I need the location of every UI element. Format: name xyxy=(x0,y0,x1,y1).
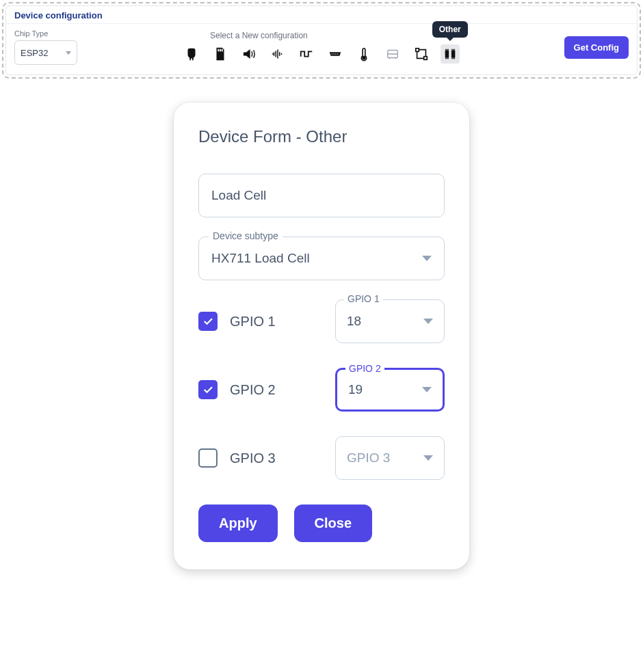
led-icon xyxy=(184,46,199,62)
gpio-row-3: GPIO 3 GPIO 3 xyxy=(198,436,445,480)
config-sd-button[interactable] xyxy=(211,44,230,64)
gpio-3-select[interactable]: GPIO 3 xyxy=(335,436,445,480)
svg-rect-11 xyxy=(416,49,419,52)
gpio-row-1: GPIO 1 GPIO 1 18 xyxy=(198,299,445,343)
config-thermometer-button[interactable] xyxy=(354,44,373,64)
chevron-down-icon xyxy=(423,455,433,461)
transform-icon xyxy=(414,46,429,62)
gpio-2-select[interactable]: GPIO 2 19 xyxy=(335,368,445,412)
square-wave-icon xyxy=(299,46,314,62)
chevron-down-icon xyxy=(422,256,432,261)
config-bus-button[interactable] xyxy=(383,44,402,64)
dialog-actions: Apply Close xyxy=(198,505,445,542)
serial-port-icon xyxy=(328,46,343,62)
svg-rect-12 xyxy=(423,57,427,60)
gpio-1-label: GPIO 1 xyxy=(230,314,276,330)
svg-rect-13 xyxy=(445,51,449,58)
sd-card-icon xyxy=(213,46,228,62)
chevron-down-icon xyxy=(423,319,433,324)
gpio-1-value: 18 xyxy=(347,314,361,329)
config-icon-row: Other xyxy=(182,44,460,64)
panel-title: Device configuration xyxy=(6,6,637,24)
config-audio-out-button[interactable] xyxy=(239,44,259,64)
check-icon xyxy=(202,384,214,396)
svg-rect-2 xyxy=(218,49,219,52)
check-icon xyxy=(202,315,214,327)
svg-rect-1 xyxy=(192,58,194,61)
apply-button[interactable]: Apply xyxy=(198,505,278,542)
gpio-2-float-label: GPIO 2 xyxy=(345,363,384,374)
gpio-row-2: GPIO 2 GPIO 2 19 xyxy=(198,368,445,412)
thermometer-icon xyxy=(356,46,371,62)
chip-type-value: ESP32 xyxy=(21,48,48,58)
audio-out-icon xyxy=(241,46,257,62)
chip-type-select[interactable]: ESP32 xyxy=(14,40,77,65)
config-other-button[interactable]: Other xyxy=(441,44,460,64)
gpio-3-label: GPIO 3 xyxy=(230,451,276,466)
device-form-dialog: Device Form - Other Load Cell Device sub… xyxy=(174,103,469,569)
config-label: Select a New configuration xyxy=(210,31,308,40)
gpio-3-value: GPIO 3 xyxy=(347,451,390,466)
gpio-2-value: 19 xyxy=(348,382,363,397)
svg-rect-3 xyxy=(220,49,221,52)
chip-other-icon xyxy=(443,46,458,62)
config-column: Select a New configuration xyxy=(87,31,555,64)
gpio-1-checkbox[interactable] xyxy=(198,312,218,331)
config-serial-button[interactable] xyxy=(326,44,345,64)
config-other-tooltip: Other xyxy=(432,21,468,38)
chevron-down-icon xyxy=(422,387,432,392)
device-subtype-select[interactable]: Device subtype HX711 Load Cell xyxy=(198,237,445,280)
svg-rect-4 xyxy=(222,49,223,52)
config-transform-button[interactable] xyxy=(412,44,431,64)
svg-point-8 xyxy=(337,53,338,54)
chip-type-label: Chip Type xyxy=(14,29,77,38)
device-name-input[interactable]: Load Cell xyxy=(198,174,445,217)
gpio-2-checkbox[interactable] xyxy=(198,380,218,399)
device-config-panel: Device configuration Chip Type ESP32 Sel… xyxy=(5,5,638,75)
panel-body: Chip Type ESP32 Select a New configurati… xyxy=(6,24,637,75)
gpio-3-checkbox[interactable] xyxy=(198,448,218,468)
config-square-wave-button[interactable] xyxy=(297,44,316,64)
device-subtype-value: HX711 Load Cell xyxy=(211,251,310,266)
device-subtype-label: Device subtype xyxy=(209,230,283,241)
chip-type-column: Chip Type ESP32 xyxy=(14,29,77,65)
device-name-value: Load Cell xyxy=(211,188,266,203)
chevron-down-icon xyxy=(66,51,71,55)
config-led-button[interactable] xyxy=(182,44,201,64)
get-config-button[interactable]: Get Config xyxy=(564,36,629,59)
audio-in-icon xyxy=(270,46,285,62)
gpio-1-float-label: GPIO 1 xyxy=(344,293,383,304)
gpio-1-select[interactable]: GPIO 1 18 xyxy=(335,299,445,343)
svg-point-7 xyxy=(335,53,336,54)
svg-rect-14 xyxy=(451,51,456,58)
close-button[interactable]: Close xyxy=(294,505,372,542)
svg-point-9 xyxy=(363,57,365,59)
config-audio-in-button[interactable] xyxy=(268,44,287,64)
svg-rect-0 xyxy=(189,58,191,61)
svg-point-6 xyxy=(333,53,334,54)
svg-point-5 xyxy=(331,53,332,54)
bus-icon xyxy=(385,46,400,62)
gpio-2-label: GPIO 2 xyxy=(230,382,276,398)
dialog-title: Device Form - Other xyxy=(198,127,445,146)
